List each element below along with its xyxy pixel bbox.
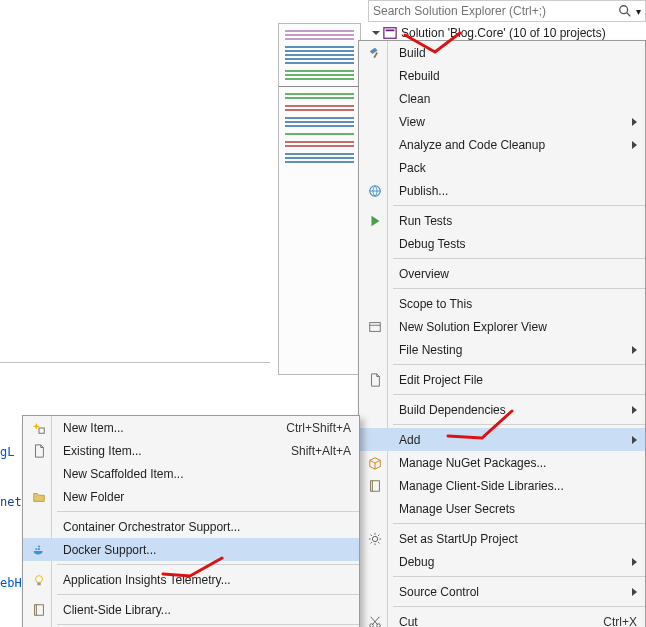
menu-item-label: Existing Item... (63, 444, 142, 458)
menu-separator (393, 424, 645, 425)
menu-item-label: Manage User Secrets (399, 502, 515, 516)
menu-item-label: Application Insights Telemetry... (63, 573, 231, 587)
solution-explorer-panel: ▾ Solution 'Blog.Core' (10 of 10 project… (368, 0, 646, 44)
menu-separator (393, 523, 645, 524)
menu-item-overview[interactable]: Overview (359, 262, 645, 285)
menu-item-label: View (399, 115, 425, 129)
expand-icon (372, 31, 380, 35)
menu-item-rebuild[interactable]: Rebuild (359, 64, 645, 87)
menu-item-filenesting[interactable]: File Nesting (359, 338, 645, 361)
package-icon (368, 456, 382, 470)
menu-item-appinsights[interactable]: Application Insights Telemetry... (23, 568, 359, 591)
menu-item-startup[interactable]: Set as StartUp Project (359, 527, 645, 550)
booklet-icon (368, 479, 382, 493)
svg-rect-13 (39, 428, 44, 433)
svg-rect-2 (384, 27, 396, 38)
menu-separator (393, 205, 645, 206)
menu-item-srcctrl[interactable]: Source Control (359, 580, 645, 603)
menu-item-label: Scope to This (399, 297, 472, 311)
globe-icon (368, 184, 382, 198)
menu-item-view[interactable]: View (359, 110, 645, 133)
menu-item-newview[interactable]: New Solution Explorer View (359, 315, 645, 338)
menu-item-newitem[interactable]: New Item...Ctrl+Shift+A (23, 416, 359, 439)
menu-separator (57, 564, 359, 565)
menu-item-editproj[interactable]: Edit Project File (359, 368, 645, 391)
page-icon (368, 373, 382, 387)
add-submenu: New Item...Ctrl+Shift+AExisting Item...S… (22, 415, 360, 627)
menu-item-clean[interactable]: Clean (359, 87, 645, 110)
menu-item-label: Container Orchestrator Support... (63, 520, 240, 534)
search-icon (618, 4, 632, 18)
menu-item-add[interactable]: Add (359, 428, 645, 451)
svg-rect-15 (38, 548, 40, 550)
menu-separator (57, 594, 359, 595)
menu-item-cut[interactable]: CutCtrl+X (359, 610, 645, 627)
menu-item-label: Add (399, 433, 420, 447)
page-icon (32, 444, 46, 458)
menu-item-scaffold[interactable]: New Scaffolded Item... (23, 462, 359, 485)
svg-line-1 (627, 13, 631, 17)
menu-separator (393, 576, 645, 577)
hammer-icon (368, 46, 382, 60)
lamp-icon (32, 573, 46, 587)
menu-item-builddeps[interactable]: Build Dependencies (359, 398, 645, 421)
menu-item-label: New Scaffolded Item... (63, 467, 184, 481)
search-input[interactable] (373, 1, 618, 21)
svg-rect-14 (36, 548, 38, 550)
menu-item-scope[interactable]: Scope to This (359, 292, 645, 315)
menu-item-label: Debug Tests (399, 237, 466, 251)
panel-icon (368, 320, 382, 334)
submenu-arrow-icon (632, 588, 637, 596)
code-fragment: gL (0, 445, 14, 459)
menu-item-label: Cut (399, 615, 418, 628)
submenu-arrow-icon (632, 558, 637, 566)
menu-separator (393, 364, 645, 365)
submenu-arrow-icon (632, 346, 637, 354)
menu-item-debugtests[interactable]: Debug Tests (359, 232, 645, 255)
solution-root-label: Solution 'Blog.Core' (10 of 10 projects) (401, 26, 606, 40)
menu-item-pack[interactable]: Pack (359, 156, 645, 179)
editor-divider (0, 362, 270, 363)
menu-separator (393, 606, 645, 607)
menu-item-analyze[interactable]: Analyze and Code Cleanup (359, 133, 645, 156)
menu-item-label: Rebuild (399, 69, 440, 83)
booklet-icon (32, 603, 46, 617)
svg-rect-6 (370, 322, 381, 331)
menu-item-label: New Item... (63, 421, 124, 435)
submenu-arrow-icon (632, 406, 637, 414)
menu-item-label: Clean (399, 92, 430, 106)
dropdown-icon[interactable]: ▾ (636, 6, 641, 17)
menu-item-nuget[interactable]: Manage NuGet Packages... (359, 451, 645, 474)
gear-icon (368, 532, 382, 546)
menu-item-label: New Solution Explorer View (399, 320, 547, 334)
menu-item-clientlib2[interactable]: Client-Side Library... (23, 598, 359, 621)
menu-item-debug[interactable]: Debug (359, 550, 645, 573)
code-minimap[interactable] (278, 23, 361, 375)
svg-rect-3 (386, 29, 395, 31)
svg-rect-4 (373, 52, 378, 58)
submenu-arrow-icon (632, 436, 637, 444)
menu-item-label: Manage NuGet Packages... (399, 456, 546, 470)
menu-item-folder[interactable]: New Folder (23, 485, 359, 508)
menu-item-publish[interactable]: Publish... (359, 179, 645, 202)
menu-item-orchestrator[interactable]: Container Orchestrator Support... (23, 515, 359, 538)
submenu-arrow-icon (632, 118, 637, 126)
menu-item-label: File Nesting (399, 343, 462, 357)
menu-separator (57, 511, 359, 512)
menu-item-build[interactable]: Build (359, 41, 645, 64)
menu-item-runtests[interactable]: Run Tests (359, 209, 645, 232)
menu-item-secrets[interactable]: Manage User Secrets (359, 497, 645, 520)
solution-search[interactable]: ▾ (368, 0, 646, 22)
menu-item-label: Source Control (399, 585, 479, 599)
menu-item-clientlib[interactable]: Manage Client-Side Libraries... (359, 474, 645, 497)
menu-shortcut: Ctrl+X (603, 615, 637, 628)
menu-item-label: Build Dependencies (399, 403, 506, 417)
code-fragment: ebH (0, 576, 22, 590)
menu-separator (57, 624, 359, 625)
menu-item-label: New Folder (63, 490, 124, 504)
play-icon (368, 214, 382, 228)
project-context-menu: BuildRebuildCleanViewAnalyze and Code Cl… (358, 40, 646, 627)
menu-item-docker[interactable]: Docker Support... (23, 538, 359, 561)
menu-item-existing[interactable]: Existing Item...Shift+Alt+A (23, 439, 359, 462)
svg-point-17 (36, 575, 43, 582)
